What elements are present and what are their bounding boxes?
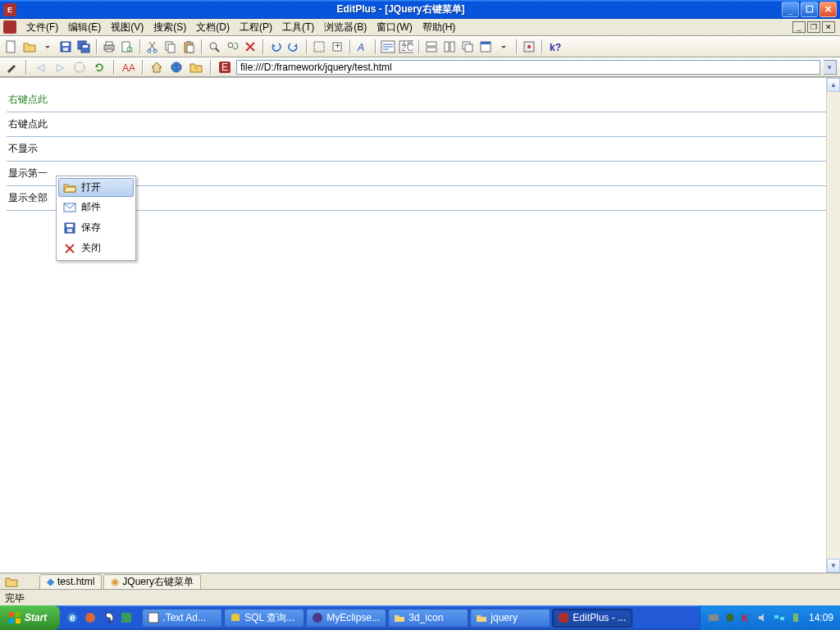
mdi-close-button[interactable]: ✕ <box>822 21 835 33</box>
svg-rect-63 <box>9 612 14 617</box>
search-web-icon[interactable] <box>168 59 185 75</box>
tray-icon-2[interactable] <box>724 611 737 624</box>
scroll-up-icon[interactable]: ▲ <box>827 78 840 92</box>
tray-icon-1[interactable] <box>707 611 720 624</box>
task-3dicon[interactable]: 3d_icon <box>388 609 468 628</box>
close-button[interactable]: ✕ <box>819 2 837 17</box>
window-tile-h-icon[interactable] <box>423 39 440 55</box>
font-size-icon[interactable]: AA <box>120 59 136 75</box>
refresh-icon[interactable] <box>91 59 107 75</box>
address-input[interactable] <box>236 60 820 75</box>
vertical-scrollbar[interactable]: ▲ ▼ <box>826 78 840 573</box>
home-icon[interactable] <box>148 59 165 75</box>
replace-icon[interactable] <box>224 39 240 55</box>
task-textad[interactable]: .Text Ad... <box>142 609 222 628</box>
tab-test-html[interactable]: ◆ test.html <box>39 574 102 589</box>
minimize-button[interactable]: _ <box>782 2 799 17</box>
back-icon[interactable]: ◁ <box>32 59 48 75</box>
cut-icon[interactable] <box>144 39 161 55</box>
ctx-save[interactable]: 保存 <box>58 217 134 238</box>
ctx-close[interactable]: 关闭 <box>58 238 134 258</box>
new-file-icon[interactable] <box>3 39 20 55</box>
open-file-icon[interactable] <box>21 39 38 55</box>
app-icon-3[interactable] <box>119 610 134 625</box>
menu-file[interactable]: 文件(F) <box>21 19 63 36</box>
paste-icon[interactable] <box>180 39 197 55</box>
task-sql[interactable]: SQL 查询... <box>224 609 304 628</box>
delete-icon[interactable] <box>242 39 258 55</box>
address-dropdown-icon[interactable]: ▾ <box>824 60 837 75</box>
favorites-icon[interactable] <box>188 59 204 75</box>
task-editplus[interactable]: EditPlus - ... <box>552 609 632 628</box>
page-row-2[interactable]: 右键点此 <box>7 112 833 137</box>
copy-append-icon[interactable]: + <box>329 39 345 55</box>
app-icon-1[interactable] <box>83 610 98 625</box>
directory-icon[interactable] <box>3 573 20 590</box>
save-icon[interactable] <box>57 39 74 55</box>
tab-label-1: test.html <box>57 576 94 587</box>
clock[interactable]: 14:09 <box>809 612 833 623</box>
status-bar: 完毕 <box>0 589 840 605</box>
undo-icon[interactable] <box>267 39 284 55</box>
window-tile-v-icon[interactable] <box>441 39 458 55</box>
font-icon[interactable]: A <box>354 39 371 55</box>
window-buttons: _ ☐ ✕ <box>782 2 837 17</box>
tray-network-icon[interactable] <box>773 611 786 624</box>
redo-icon[interactable] <box>285 39 302 55</box>
task-myeclipse[interactable]: MyEclipse... <box>306 609 386 628</box>
menu-window[interactable]: 窗口(W) <box>372 19 417 36</box>
app-icon-2[interactable] <box>101 610 116 625</box>
dropdown-icon[interactable] <box>39 39 56 55</box>
svg-rect-64 <box>16 612 21 617</box>
svg-rect-79 <box>774 615 778 619</box>
scroll-down-icon[interactable]: ▼ <box>827 559 840 573</box>
page-row-1[interactable]: 右键点此 <box>7 88 833 112</box>
ctx-open[interactable]: 打开 <box>58 178 134 197</box>
tab-jquery-menu[interactable]: ◉ JQuery右键菜单 <box>103 574 201 589</box>
word-wrap-icon[interactable] <box>380 39 396 55</box>
settings-icon[interactable] <box>521 39 537 55</box>
task-jquery[interactable]: jquery <box>470 609 550 628</box>
print-preview-icon[interactable] <box>119 39 135 55</box>
menu-tools[interactable]: 工具(T) <box>277 19 319 36</box>
forward-icon[interactable]: ▷ <box>52 59 68 75</box>
menu-view[interactable]: 视图(V) <box>106 19 148 36</box>
window-titlebar: E EditPlus - [JQuery右键菜单] _ ☐ ✕ <box>0 0 840 19</box>
svg-line-12 <box>131 51 133 52</box>
main-toolbar: + A 1AB2CD k? <box>0 36 840 57</box>
maximize-button[interactable]: ☐ <box>801 2 818 17</box>
page-row-3[interactable]: 不显示 <box>7 137 833 162</box>
print-icon[interactable] <box>101 39 117 55</box>
tray-kaspersky-icon[interactable]: K <box>740 611 753 624</box>
tray-usb-icon[interactable] <box>789 611 802 624</box>
tab-chars-icon[interactable]: 1AB2CD <box>398 39 414 55</box>
editplus-icon[interactable]: E <box>217 59 233 75</box>
menu-project[interactable]: 工程(P) <box>235 19 277 36</box>
select-all-icon[interactable] <box>311 39 327 55</box>
stop-icon[interactable] <box>71 59 88 75</box>
tab-label-2: JQuery右键菜单 <box>122 575 194 589</box>
start-button[interactable]: Start <box>0 605 60 630</box>
window-cascade-icon[interactable] <box>459 39 476 55</box>
mdi-minimize-button[interactable]: _ <box>792 21 806 33</box>
menu-search[interactable]: 搜索(S) <box>148 19 191 36</box>
help-icon[interactable]: k? <box>546 39 563 55</box>
menu-browser[interactable]: 浏览器(B) <box>319 19 372 36</box>
menu-edit[interactable]: 编辑(E) <box>63 19 106 36</box>
mdi-restore-button[interactable]: ❐ <box>807 21 820 33</box>
tray-volume-icon[interactable] <box>756 611 769 624</box>
ctx-mail[interactable]: 邮件 <box>58 197 134 217</box>
menu-help[interactable]: 帮助(H) <box>418 19 461 36</box>
copy-icon[interactable] <box>162 39 179 55</box>
save-all-icon[interactable] <box>75 39 92 55</box>
window-single-icon[interactable] <box>477 39 494 55</box>
edit-tool-icon[interactable] <box>3 59 20 75</box>
scroll-track[interactable] <box>827 92 840 559</box>
svg-point-47 <box>527 45 531 48</box>
toolbar-dropdown-icon[interactable] <box>495 39 512 55</box>
menu-document[interactable]: 文档(D) <box>191 19 235 36</box>
svg-point-69 <box>85 613 95 623</box>
svg-rect-76 <box>709 614 719 621</box>
ie-icon[interactable]: e <box>65 610 80 625</box>
find-icon[interactable] <box>206 39 222 55</box>
